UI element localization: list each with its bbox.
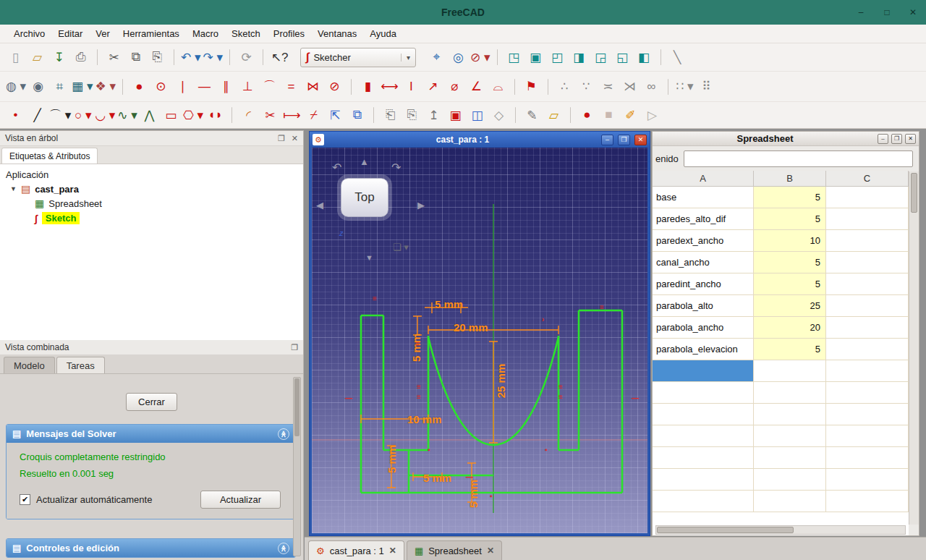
sheet-cell-c[interactable] — [826, 252, 909, 273]
run-macro-icon[interactable]: ▷ — [642, 106, 662, 125]
sheet-cell-a[interactable]: paredint_ancho — [653, 273, 754, 294]
draw-style-icon[interactable]: ⊘ ▾ — [470, 48, 490, 67]
open-folder-icon[interactable]: ▱ — [544, 106, 564, 125]
extend-icon[interactable]: ⟼ — [282, 106, 302, 125]
redo-icon[interactable]: ↷ ▾ — [203, 48, 224, 67]
constraint-equal-icon[interactable]: = — [281, 77, 301, 96]
export-icon[interactable]: ↥ — [424, 106, 443, 125]
constraint-marker[interactable]: ≡ — [558, 383, 563, 391]
sheet-cell-b[interactable]: 5 — [754, 339, 826, 360]
attach-icon[interactable]: ✎ — [522, 106, 542, 125]
constraint-marker[interactable]: ▪ — [428, 446, 430, 454]
sheet-cell-c[interactable] — [826, 425, 909, 446]
tab-spreadsheet[interactable]: ▦ Spreadsheet ✕ — [407, 540, 502, 560]
constraint-marker[interactable]: ▪ — [490, 492, 493, 500]
view-right-icon[interactable]: ◨ — [569, 48, 589, 67]
create-conic-icon[interactable]: ◡ ▾ — [95, 106, 115, 125]
menu-herramientas[interactable]: Herramientas — [116, 26, 186, 41]
create-circle-icon[interactable]: ○ ▾ — [73, 106, 93, 125]
sheet-cell-a[interactable] — [653, 447, 754, 468]
constraint-symmetric-icon[interactable]: ⋈ — [303, 77, 323, 96]
constraint-marker[interactable]: ≡ — [373, 294, 377, 302]
view-sketch-icon[interactable]: ◉ — [28, 77, 48, 96]
constraint-marker[interactable]: = — [415, 340, 420, 348]
menu-sketch[interactable]: Sketch — [225, 26, 267, 41]
view-isometric-icon[interactable]: ◳ — [504, 48, 524, 67]
view-left-icon[interactable]: ◧ — [634, 48, 654, 67]
view-bottom-icon[interactable]: ◱ — [613, 48, 632, 67]
menu-archivo[interactable]: Archivo — [7, 26, 51, 41]
mdi-close-button[interactable]: ✕ — [905, 134, 916, 144]
sheet-cell-b[interactable]: 5 — [754, 273, 826, 294]
tab-close-icon[interactable]: ✕ — [487, 546, 494, 556]
sheet-cell-a[interactable]: parabola_alto — [653, 295, 754, 316]
tree-node-spreadsheet-label[interactable]: Spreadsheet — [48, 198, 102, 209]
constraint-marker[interactable]: ― — [632, 394, 639, 402]
constraint-tangent-icon[interactable]: ⌒ — [260, 77, 279, 96]
render-order-icon[interactable]: ❖ ▾ — [95, 77, 116, 96]
sheet-cell-b[interactable] — [754, 360, 826, 381]
new-document-icon[interactable]: ▯ — [6, 48, 25, 67]
internal-alignment-icon[interactable]: ≍ — [598, 77, 618, 96]
zoom-selection-icon[interactable]: ◎ — [449, 48, 468, 67]
sheet-cell-a[interactable]: base — [653, 187, 754, 208]
constraint-marker[interactable]: ▪ — [545, 446, 548, 454]
minimize-button[interactable]: – — [855, 7, 867, 17]
constraint-marker[interactable]: ≡ — [600, 303, 604, 311]
constraint-marker[interactable]: ≡ — [417, 383, 421, 391]
edit-controls-header[interactable]: ▤ Controles de edición ≪ — [7, 539, 295, 557]
sheet-cell-c[interactable] — [826, 382, 909, 403]
sheet-cell-a[interactable]: parabola_elevacion — [653, 339, 754, 360]
create-bspline-icon[interactable]: ∿ ▾ — [117, 106, 137, 125]
view-rear-icon[interactable]: ◲ — [591, 48, 611, 67]
create-rectangle-icon[interactable]: ▭ — [161, 106, 181, 125]
constraint-marker[interactable]: ― — [466, 473, 473, 481]
tab-label[interactable]: cast_para : 1 — [330, 546, 384, 556]
mdi-minimize-button[interactable]: – — [601, 135, 613, 145]
select-redundant-icon[interactable]: ∵ — [577, 77, 596, 96]
menu-macro[interactable]: Macro — [186, 26, 225, 41]
mdi-restore-button[interactable]: ❐ — [891, 134, 902, 144]
sheet-cell-c[interactable] — [826, 469, 909, 490]
constraint-perpendicular-icon[interactable]: ⊥ — [238, 77, 258, 96]
chevron-down-icon[interactable]: ▾ — [401, 54, 410, 61]
sheet-cell-b[interactable] — [754, 491, 826, 512]
record-macro-icon[interactable]: ● — [577, 106, 597, 125]
sheet-cell-a[interactable] — [653, 425, 754, 446]
mirror-sketch-icon[interactable]: ◫ — [467, 106, 487, 125]
tab-close-icon[interactable]: ✕ — [389, 546, 396, 556]
sheet-cell-b[interactable]: 25 — [754, 295, 826, 316]
whats-this-icon[interactable]: ↖? — [270, 48, 289, 67]
sketch-tools-icon[interactable]: ◍ ▾ — [6, 77, 26, 96]
column-header-a[interactable]: A — [653, 171, 754, 186]
view-front-icon[interactable]: ▣ — [526, 48, 545, 67]
split-icon[interactable]: ⌿ — [304, 106, 323, 125]
sheet-cell-a[interactable] — [653, 404, 754, 425]
workbench-selector[interactable]: ∫ Sketcher ▾ — [300, 48, 416, 67]
sheet-cell-c[interactable] — [826, 230, 909, 251]
menu-profiles[interactable]: Profiles — [267, 26, 311, 41]
toggle-driving-constraint-icon[interactable]: ⚑ — [522, 77, 541, 96]
auto-update-checkbox[interactable]: ✔ — [20, 494, 30, 505]
view-top-icon[interactable]: ◰ — [548, 48, 567, 67]
snap-icon[interactable]: ⌗ — [50, 77, 69, 96]
sheet-horizontal-scrollbar[interactable] — [655, 525, 906, 535]
spreadsheet-titlebar[interactable]: Spreadsheet – ❐ ✕ — [653, 132, 919, 146]
sheet-cell-a[interactable]: parabola_ancho — [653, 317, 754, 338]
scrollbar-thumb[interactable] — [657, 527, 794, 533]
sheet-cell-b[interactable]: 10 — [754, 230, 826, 251]
sheet-cell-b[interactable]: 20 — [754, 317, 826, 338]
column-header-b[interactable]: B — [754, 171, 826, 186]
sheet-cell-b[interactable] — [754, 404, 826, 425]
dock-close-icon[interactable]: ✕ — [292, 134, 298, 143]
mdi-restore-button[interactable]: ❐ — [618, 135, 630, 145]
sheet-vertical-scrollbar[interactable] — [909, 171, 919, 525]
extrude-icon[interactable]: ◇ — [489, 106, 509, 125]
constraint-marker[interactable]: ― — [345, 394, 352, 402]
symmetry-icon[interactable]: ⋊ — [620, 77, 640, 96]
edit-macro-icon[interactable]: ✐ — [621, 106, 640, 125]
tree-node-spreadsheet[interactable]: ▦ Spreadsheet — [1, 196, 302, 211]
maximize-button[interactable]: □ — [881, 7, 893, 17]
mdi-minimize-button[interactable]: – — [878, 134, 888, 144]
sheet-cell-c[interactable] — [826, 273, 909, 294]
